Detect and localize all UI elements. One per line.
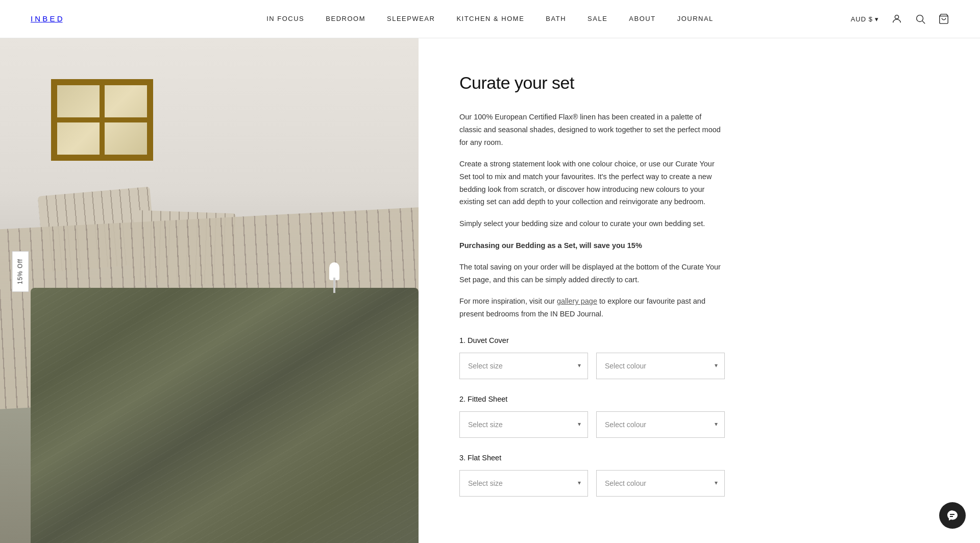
description-1: Our 100% European Certified Flax® linen …	[459, 111, 725, 149]
size-select-0[interactable]: Select sizeSingleDoubleQueenKingSuper Ki…	[459, 353, 588, 379]
description-5: For more inspiration, visit our gallery …	[459, 295, 725, 320]
logo-line2: B E D	[42, 14, 62, 23]
section-label-2: 3. Flat Sheet	[459, 452, 944, 464]
logo[interactable]: I N B E D	[31, 13, 63, 25]
product-info-section: Curate your set Our 100% European Certif…	[419, 38, 980, 543]
description-2: Create a strong statement look with one …	[459, 158, 725, 208]
header: I N B E D IN FOCUSBEDROOMSLEEPWEARKITCHE…	[0, 0, 980, 38]
logo-line1: I N	[31, 14, 40, 23]
header-right: AUD $ ▾	[851, 13, 949, 24]
currency-label: AUD $	[851, 15, 873, 23]
nav-item-in-focus[interactable]: IN FOCUS	[266, 14, 304, 24]
colour-select-0[interactable]: Select colourWhiteOatmealSageOliveSlateB…	[596, 353, 725, 379]
gallery-link[interactable]: gallery page	[557, 297, 597, 305]
colour-select-2[interactable]: Select colourWhiteOatmealSageOliveSlateB…	[596, 470, 725, 497]
saving-bold: Purchasing our Bedding as a Set, will sa…	[459, 241, 642, 250]
size-select-1[interactable]: Select sizeSingleDoubleQueenKingSuper Ki…	[459, 411, 588, 438]
nav-item-sleepwear[interactable]: SLEEPWEAR	[387, 14, 435, 24]
nav-item-journal[interactable]: JOURNAL	[677, 14, 714, 24]
main-nav: IN FOCUSBEDROOMSLEEPWEARKITCHEN & HOMEBA…	[266, 14, 714, 24]
window-decoration	[51, 79, 153, 161]
nav-item-bath[interactable]: BATH	[546, 14, 566, 24]
section-label-0: 1. Duvet Cover	[459, 335, 944, 347]
size-wrapper-2: Select sizeSingleDoubleQueenKingSuper Ki…	[459, 470, 588, 497]
svg-line-2	[922, 21, 925, 23]
product-image	[0, 38, 419, 543]
section-label-1: 2. Fitted Sheet	[459, 393, 944, 405]
chat-button[interactable]	[939, 502, 966, 529]
gallery-link-text: gallery page	[557, 297, 597, 305]
currency-selector[interactable]: AUD $ ▾	[851, 15, 879, 23]
description-5-prefix: For more inspiration, visit our	[459, 297, 557, 305]
size-select-2[interactable]: Select sizeSingleDoubleQueenKingSuper Ki…	[459, 470, 588, 497]
page-title: Curate your set	[459, 69, 944, 96]
currency-chevron-icon: ▾	[875, 15, 879, 23]
nav-item-sale[interactable]: SALE	[587, 14, 607, 24]
sidebar-promo[interactable]: 15% Off	[12, 251, 29, 292]
account-button[interactable]	[891, 13, 902, 24]
svg-point-0	[895, 15, 898, 19]
saving-text: Purchasing our Bedding as a Set, will sa…	[459, 239, 725, 252]
nav-item-kitchen---home[interactable]: KITCHEN & HOME	[456, 14, 524, 24]
nav-item-bedroom[interactable]: BEDROOM	[326, 14, 365, 24]
size-wrapper-1: Select sizeSingleDoubleQueenKingSuper Ki…	[459, 411, 588, 438]
colour-wrapper-1: Select colourWhiteOatmealSageOliveSlateB…	[596, 411, 725, 438]
svg-point-1	[917, 15, 923, 22]
description-3: Simply select your bedding size and colo…	[459, 217, 725, 230]
colour-wrapper-0: Select colourWhiteOatmealSageOliveSlateB…	[596, 353, 725, 379]
cart-icon	[938, 13, 949, 24]
nav-item-about[interactable]: ABOUT	[629, 14, 655, 24]
description-4: The total saving on your order will be d…	[459, 261, 725, 286]
lamp-decoration	[327, 262, 342, 293]
selector-row-1: Select sizeSingleDoubleQueenKingSuper Ki…	[459, 411, 725, 438]
product-image-section	[0, 38, 419, 543]
sidebar-promo-label: 15% Off	[16, 259, 23, 284]
colour-select-1[interactable]: Select colourWhiteOatmealSageOliveSlateB…	[596, 411, 725, 438]
chat-icon	[946, 509, 959, 522]
search-button[interactable]	[915, 13, 926, 24]
selector-row-0: Select sizeSingleDoubleQueenKingSuper Ki…	[459, 353, 725, 379]
size-wrapper-0: Select sizeSingleDoubleQueenKingSuper Ki…	[459, 353, 588, 379]
search-icon	[915, 13, 926, 24]
bed-decoration	[15, 211, 419, 543]
main-content: Curate your set Our 100% European Certif…	[0, 38, 980, 543]
colour-wrapper-2: Select colourWhiteOatmealSageOliveSlateB…	[596, 470, 725, 497]
product-sections: 1. Duvet CoverSelect sizeSingleDoubleQue…	[459, 335, 944, 497]
account-icon	[891, 13, 902, 24]
selector-row-2: Select sizeSingleDoubleQueenKingSuper Ki…	[459, 470, 725, 497]
cart-button[interactable]	[938, 13, 949, 24]
duvet-decoration	[31, 288, 419, 543]
